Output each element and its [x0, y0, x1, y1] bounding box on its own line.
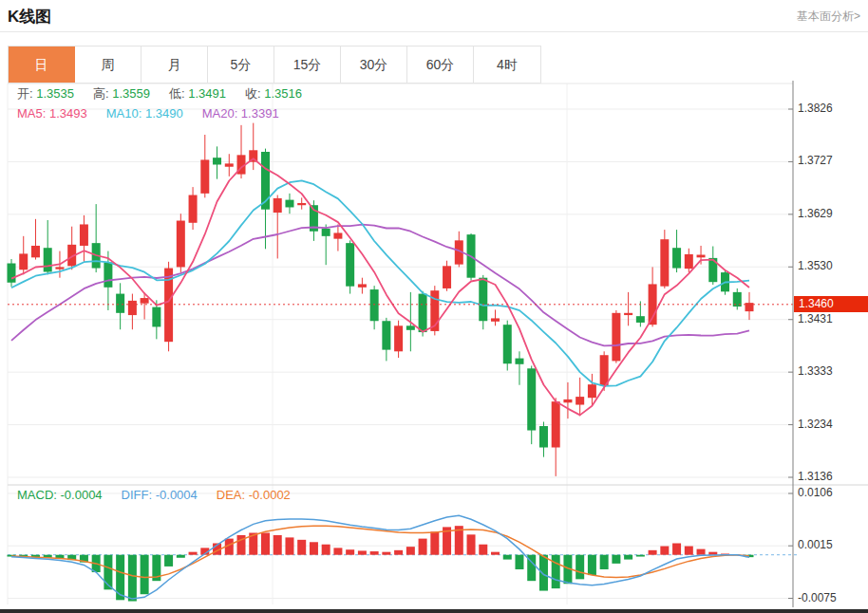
candle-body [685, 254, 693, 269]
candle-body [527, 368, 536, 430]
candle-body [128, 301, 137, 315]
candle-body [116, 294, 124, 313]
macd-bar [285, 537, 293, 554]
candle-body [672, 248, 681, 268]
macd-bar [370, 551, 379, 555]
macd-bar [685, 547, 693, 555]
candle-body [285, 200, 293, 208]
candle-body [8, 264, 16, 283]
legend-item: MA5: 1.3493 [17, 106, 87, 121]
candle-body [177, 221, 185, 268]
macd-legend: MACD: -0.0004DIFF: -0.0004DEA: -0.0002 [17, 488, 310, 502]
candle-body [80, 224, 88, 245]
candle-body [55, 267, 64, 269]
candle-body [612, 313, 620, 362]
price-tick-label: 1.3136 [798, 470, 866, 483]
candle-body [697, 255, 706, 258]
macd-bar [491, 552, 500, 555]
macd-bar [672, 544, 681, 555]
macd-bar [467, 534, 476, 554]
candle-body [443, 266, 451, 288]
candle-body [515, 359, 523, 364]
candle-body [200, 159, 209, 193]
macd-bar [419, 539, 427, 555]
ma-lines [11, 158, 749, 415]
macd-bar [660, 547, 669, 555]
candle-body [588, 384, 596, 398]
macd-bar [649, 550, 657, 555]
candle-body [394, 325, 403, 351]
candle-body [539, 426, 548, 447]
candles-layer [8, 123, 754, 476]
candle-body [382, 321, 390, 349]
legend-item: MACD: -0.0004 [17, 488, 103, 502]
candle-body [406, 325, 415, 329]
macd-bar [624, 555, 632, 560]
macd-bar [346, 549, 354, 554]
macd-tick-label: -0.0075 [798, 591, 866, 604]
kline-widget: K线图 基本面分析> 日周月5分15分30分60分4时 开: 1.3535高: … [0, 0, 868, 613]
macd-bar [697, 549, 706, 555]
price-tick-label: 1.3727 [798, 154, 866, 167]
macd-bar [333, 548, 342, 554]
bottom-border [0, 609, 868, 613]
macd-bar [322, 545, 330, 555]
gridlines [8, 84, 868, 604]
legend-item: MA10: 1.3490 [106, 106, 183, 121]
macd-bar [164, 555, 173, 567]
price-tick-label: 1.3629 [798, 207, 866, 220]
candle-body [503, 325, 512, 363]
candle-body [576, 397, 584, 404]
legend-item: MA20: 1.3391 [202, 106, 279, 121]
candle-body [563, 399, 572, 402]
legend-item: DEA: -0.0002 [217, 488, 291, 502]
candle-body [636, 316, 645, 323]
price-tick-label: 1.3826 [798, 102, 866, 115]
macd-bar [515, 555, 523, 569]
macd-bar [503, 555, 512, 560]
macd-bar [600, 555, 609, 569]
macd-bar [406, 547, 415, 555]
macd-bar [261, 533, 270, 555]
legend-item: 高: 1.3559 [93, 86, 150, 101]
candle-body [152, 307, 160, 327]
price-tick-label: 1.3333 [798, 364, 866, 378]
macd-tick-label: 0.0015 [798, 538, 866, 551]
candle-body [141, 298, 149, 304]
axis [788, 81, 793, 607]
macd-bar [588, 555, 596, 575]
macd-bar [297, 540, 306, 555]
chart-area: 开: 1.3535高: 1.3559低: 1.3491收: 1.3516 MA5… [0, 0, 868, 613]
candle-body [104, 262, 112, 287]
macd-bar [358, 550, 367, 554]
macd-bar [612, 555, 620, 564]
candle-body [552, 401, 560, 447]
legend-item: 低: 1.3491 [169, 86, 226, 101]
macd-bar [189, 552, 198, 555]
candle-body [479, 278, 487, 322]
candle-body [370, 289, 379, 321]
candle-body [419, 294, 427, 332]
macd-bar [576, 555, 584, 580]
macd-tick-label: 0.0106 [798, 486, 866, 499]
candle-body [19, 253, 28, 269]
macd-bar [636, 555, 645, 557]
legend-item: DIFF: -0.0004 [122, 488, 198, 502]
candle-body [297, 203, 306, 205]
price-tick-label: 1.3234 [798, 418, 866, 431]
macd-bar [394, 550, 403, 555]
candle-body [491, 318, 500, 321]
ohlc-legend: 开: 1.3535高: 1.3559低: 1.3491收: 1.3516 [17, 85, 321, 102]
candle-body [346, 243, 354, 287]
macd-bar [274, 535, 282, 555]
candle-body [660, 239, 669, 286]
candle-body [213, 158, 221, 164]
candle-body [225, 163, 234, 166]
candle-body [358, 284, 367, 287]
macd-bar [430, 531, 439, 554]
candle-body [189, 195, 198, 223]
ma-legend: MA5: 1.3493MA10: 1.3490MA20: 1.3391 [17, 106, 298, 121]
macd-layer [8, 515, 799, 601]
macd-bar [310, 542, 318, 554]
candle-body [322, 229, 330, 236]
